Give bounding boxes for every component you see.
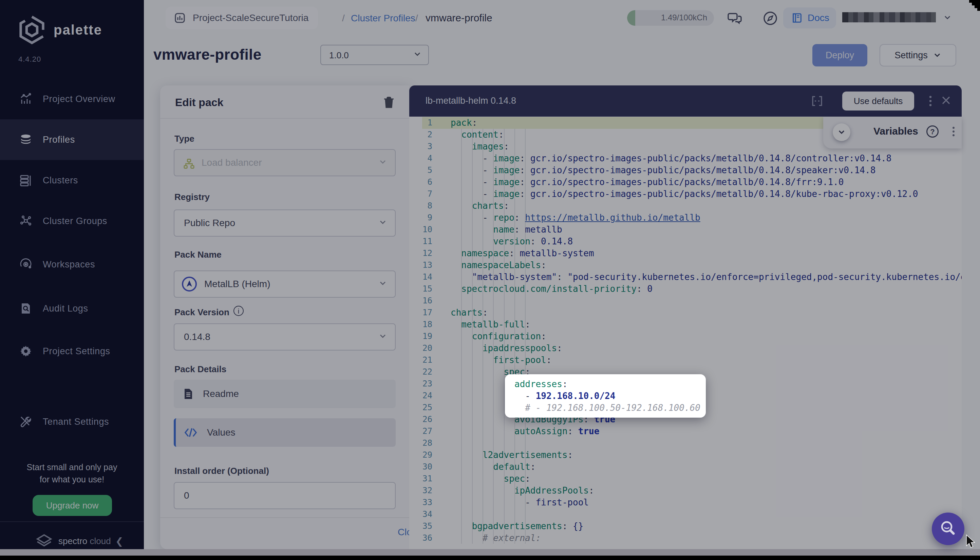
search-assistant-button[interactable]: [932, 513, 964, 545]
bottom-strip: [0, 549, 980, 556]
screen-corner-artifact: [969, 0, 980, 11]
highlight-line: - 192.168.10.0/24: [514, 390, 615, 402]
tutorial-dim-overlay: [0, 0, 980, 560]
screen-bottom-bar: [0, 556, 980, 560]
highlight-line: addresses:: [514, 378, 568, 390]
mouse-cursor: [966, 534, 976, 549]
highlight-line: # - 192.168.100.50-192.168.100.60: [514, 402, 701, 414]
magnifier-smile-icon: [939, 520, 957, 538]
tutorial-highlight-box: addresses: - 192.168.10.0/24 # - 192.168…: [505, 374, 706, 418]
